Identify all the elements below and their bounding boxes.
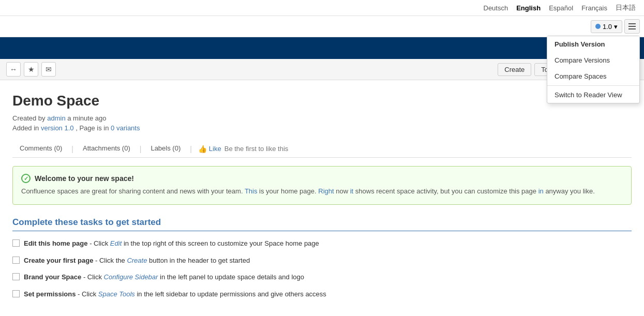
task-item-brand: Brand your Space - Click Configure Sideb…	[12, 272, 632, 283]
main-content: Demo Space Created by admin a minute ago…	[0, 80, 644, 314]
check-circle-icon: ✓	[21, 174, 31, 183]
page-meta-version: Added in version 1.0 , Page is in 0 vari…	[12, 124, 632, 132]
menu-item-compare-versions[interactable]: Compare Versions	[547, 52, 639, 68]
thumbs-up-icon: 👍	[198, 145, 207, 153]
version-button[interactable]: 1.0 ▾	[591, 20, 622, 33]
lang-francais[interactable]: Français	[581, 4, 607, 12]
version-link[interactable]: version 1.0	[41, 124, 74, 132]
page-title: Demo Space	[12, 93, 632, 109]
hamburger-menu-button[interactable]	[624, 19, 640, 34]
version-bar: 1.0 ▾ Publish Version Compare Versions C…	[0, 16, 644, 37]
star-icon[interactable]: ★	[24, 62, 38, 77]
lang-espanol[interactable]: Español	[549, 4, 573, 12]
task-checkbox-edit[interactable]	[12, 239, 20, 247]
menu-item-reader-view[interactable]: Switch to Reader View	[547, 87, 639, 103]
task-text-create: Create your first page - Click the Creat…	[24, 255, 250, 266]
menu-item-publish-version[interactable]: Publish Version	[547, 36, 639, 52]
welcome-title: ✓ Welcome to your new space!	[21, 174, 623, 183]
task-checkbox-create[interactable]	[12, 257, 20, 264]
lang-japanese[interactable]: 日本語	[616, 3, 636, 12]
version-dot	[595, 24, 601, 29]
action-bar-left: ↔ ★ ✉	[6, 62, 493, 77]
tabs-bar: Comments (0) | Attachments (0) | Labels …	[12, 140, 632, 158]
task-item-permissions: Set permissions - Click Space Tools in t…	[12, 289, 632, 300]
welcome-link-right[interactable]: Right	[318, 187, 334, 195]
lang-english[interactable]: English	[516, 4, 541, 12]
task-checkbox-permissions[interactable]	[12, 290, 20, 297]
like-section: 👍 Like Be the first to like this	[198, 145, 288, 153]
task-text-permissions: Set permissions - Click Space Tools in t…	[24, 289, 326, 300]
hamburger-icon	[628, 23, 636, 29]
author-link[interactable]: admin	[47, 114, 65, 122]
task-text-brand: Brand your Space - Click Configure Sideb…	[24, 272, 304, 283]
like-button[interactable]: 👍 Like	[198, 145, 221, 153]
task-item-create: Create your first page - Click the Creat…	[12, 255, 632, 266]
task-text-edit: Edit this home page - Click Edit in the …	[24, 238, 319, 249]
welcome-link-this[interactable]: This	[245, 187, 258, 195]
welcome-box: ✓ Welcome to your new space! Confluence …	[12, 166, 632, 205]
be-first-label: Be the first to like this	[224, 145, 289, 153]
tab-divider-3: |	[188, 145, 194, 153]
expand-icon[interactable]: ↔	[6, 62, 21, 77]
menu-item-compare-spaces[interactable]: Compare Spaces	[547, 68, 639, 84]
tasks-title: Complete these tasks to get started	[12, 217, 632, 231]
welcome-link-in[interactable]: in	[538, 187, 544, 195]
tab-labels[interactable]: Labels (0)	[143, 140, 188, 157]
tab-attachments[interactable]: Attachments (0)	[76, 140, 138, 157]
version-label: 1.0	[603, 23, 612, 31]
tab-comments[interactable]: Comments (0)	[12, 140, 69, 157]
tab-divider-1: |	[69, 145, 76, 153]
task-item-edit: Edit this home page - Click Edit in the …	[12, 238, 632, 249]
page-meta-author: Created by admin a minute ago	[12, 114, 632, 122]
variants-link[interactable]: 0 variants	[111, 124, 140, 132]
lang-deutsch[interactable]: Deutsch	[484, 4, 508, 12]
version-dropdown-menu: Publish Version Compare Versions Compare…	[547, 36, 640, 103]
welcome-link-it[interactable]: it	[350, 187, 354, 195]
tasks-section: Complete these tasks to get started Edit…	[12, 217, 632, 300]
tab-divider-2: |	[138, 145, 144, 153]
welcome-text: Confluence spaces are great for sharing …	[21, 186, 623, 197]
mail-icon[interactable]: ✉	[41, 62, 56, 77]
version-chevron-icon: ▾	[614, 23, 618, 31]
create-button[interactable]: Create	[498, 63, 531, 76]
language-bar: Deutsch English Español Français 日本語	[0, 0, 644, 16]
menu-divider	[547, 85, 639, 86]
task-checkbox-brand[interactable]	[12, 273, 20, 280]
